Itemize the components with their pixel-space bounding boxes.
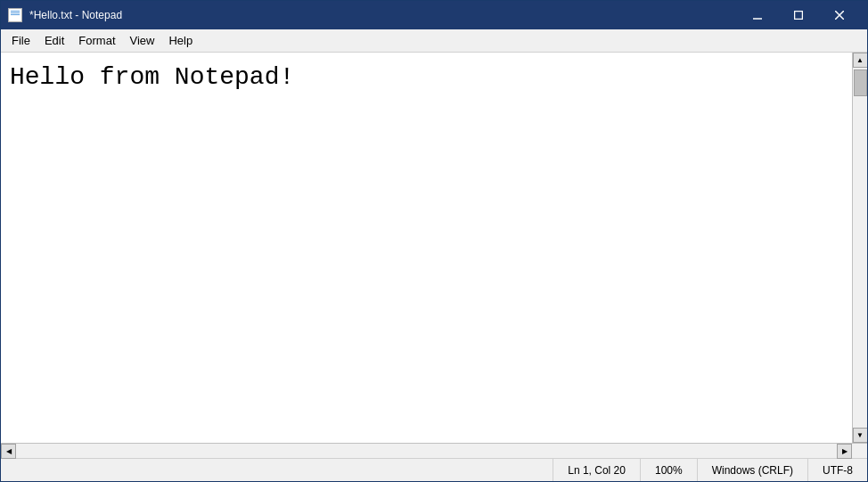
notepad-app-icon (8, 8, 22, 22)
title-bar-controls (737, 1, 860, 29)
close-button[interactable] (819, 1, 860, 29)
maximize-button[interactable] (778, 1, 819, 29)
menu-bar: File Edit Format View Help (1, 29, 867, 53)
notepad-window: *Hello.txt - Notepad File Edit Format Vi… (0, 0, 868, 482)
title-bar: *Hello.txt - Notepad (1, 1, 867, 29)
scroll-down-button[interactable]: ▼ (853, 428, 868, 443)
menu-edit[interactable]: Edit (37, 31, 71, 51)
menu-help[interactable]: Help (161, 31, 200, 51)
cursor-position: Ln 1, Col 20 (553, 459, 640, 481)
minimize-button[interactable] (737, 1, 778, 29)
menu-format[interactable]: Format (71, 31, 122, 51)
zoom-level: 100% (640, 459, 697, 481)
status-bar: Ln 1, Col 20 100% Windows (CRLF) UTF-8 (1, 458, 867, 481)
scroll-right-button[interactable]: ▶ (837, 444, 852, 459)
window-title: *Hello.txt - Notepad (29, 9, 122, 21)
scroll-left-button[interactable]: ◀ (1, 444, 16, 459)
scroll-up-button[interactable]: ▲ (853, 53, 868, 68)
svg-rect-1 (795, 12, 803, 20)
editor-area (1, 53, 867, 443)
menu-file[interactable]: File (4, 31, 37, 51)
menu-view[interactable]: View (123, 31, 162, 51)
line-ending: Windows (CRLF) (697, 459, 807, 481)
bottom-area: ◀ ▶ Ln 1, Col 20 100% Windows (CRLF) UTF… (1, 443, 867, 481)
horizontal-scrollbar[interactable]: ◀ ▶ (1, 443, 867, 458)
text-editor[interactable] (1, 53, 867, 443)
vertical-scrollbar[interactable]: ▲ ▼ (852, 53, 867, 443)
title-bar-left: *Hello.txt - Notepad (8, 8, 122, 22)
scroll-thumb-vertical[interactable] (854, 69, 867, 96)
encoding: UTF-8 (807, 459, 867, 481)
